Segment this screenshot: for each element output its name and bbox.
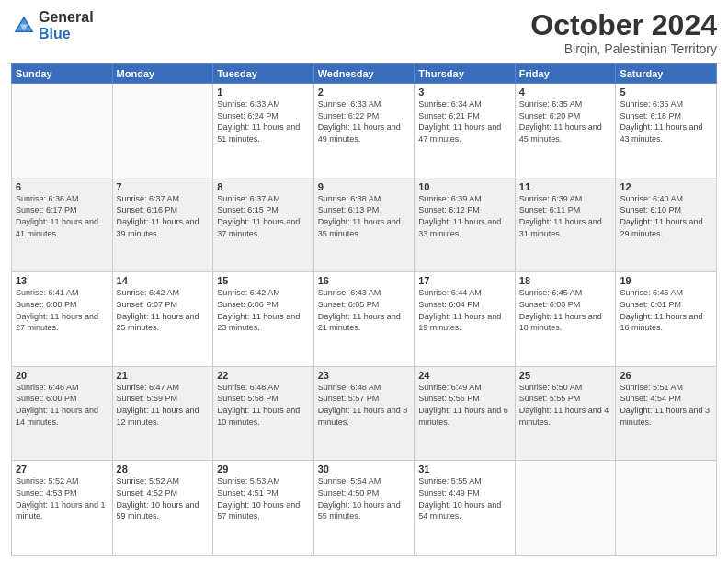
location: Birqin, Palestinian Territory [530,41,717,56]
day-info: Sunrise: 6:37 AM Sunset: 6:15 PM Dayligh… [217,193,310,239]
day-number: 11 [519,181,612,192]
col-saturday: Saturday [616,64,717,84]
day-number: 25 [519,370,612,381]
table-row: 19Sunrise: 6:45 AM Sunset: 6:01 PM Dayli… [616,272,717,367]
day-info: Sunrise: 5:55 AM Sunset: 4:49 PM Dayligh… [418,476,511,522]
day-info: Sunrise: 6:48 AM Sunset: 5:58 PM Dayligh… [217,382,310,428]
col-friday: Friday [515,64,616,84]
day-info: Sunrise: 6:43 AM Sunset: 6:05 PM Dayligh… [318,287,411,333]
day-number: 31 [418,464,511,475]
day-number: 17 [418,275,511,286]
title-block: October 2024 Birqin, Palestinian Territo… [530,9,717,56]
col-sunday: Sunday [12,64,113,84]
day-info: Sunrise: 6:33 AM Sunset: 6:24 PM Dayligh… [217,98,310,144]
calendar-week-row: 27Sunrise: 5:52 AM Sunset: 4:53 PM Dayli… [12,461,717,556]
table-row: 20Sunrise: 6:46 AM Sunset: 6:00 PM Dayli… [12,366,113,461]
calendar-week-row: 6Sunrise: 6:36 AM Sunset: 6:17 PM Daylig… [12,178,717,272]
table-row: 25Sunrise: 6:50 AM Sunset: 5:55 PM Dayli… [515,366,616,461]
day-number: 7 [117,181,210,192]
table-row: 27Sunrise: 5:52 AM Sunset: 4:53 PM Dayli… [12,461,113,556]
day-number: 13 [16,275,108,286]
page-header: General Blue October 2024 Birqin, Palest… [11,9,717,56]
day-number: 8 [217,181,310,192]
day-number: 28 [117,464,210,475]
day-info: Sunrise: 6:37 AM Sunset: 6:16 PM Dayligh… [117,193,210,239]
table-row: 24Sunrise: 6:49 AM Sunset: 5:56 PM Dayli… [415,366,516,461]
day-number: 23 [318,370,411,381]
table-row: 21Sunrise: 6:47 AM Sunset: 5:59 PM Dayli… [112,366,213,461]
day-number: 10 [418,181,511,192]
day-info: Sunrise: 6:36 AM Sunset: 6:17 PM Dayligh… [16,193,108,239]
day-info: Sunrise: 5:53 AM Sunset: 4:51 PM Dayligh… [217,476,310,522]
table-row [112,84,213,178]
day-info: Sunrise: 6:45 AM Sunset: 6:01 PM Dayligh… [620,287,712,333]
day-info: Sunrise: 6:45 AM Sunset: 6:03 PM Dayligh… [519,287,612,333]
day-number: 12 [620,181,712,192]
day-number: 21 [117,370,210,381]
day-info: Sunrise: 6:42 AM Sunset: 6:06 PM Dayligh… [217,287,310,333]
col-tuesday: Tuesday [213,64,314,84]
table-row: 11Sunrise: 6:39 AM Sunset: 6:11 PM Dayli… [515,178,616,272]
table-row: 23Sunrise: 6:48 AM Sunset: 5:57 PM Dayli… [313,366,415,461]
table-row: 1Sunrise: 6:33 AM Sunset: 6:24 PM Daylig… [213,84,314,178]
day-number: 24 [418,370,511,381]
col-thursday: Thursday [415,64,516,84]
day-info: Sunrise: 5:51 AM Sunset: 4:54 PM Dayligh… [620,382,712,428]
table-row: 4Sunrise: 6:35 AM Sunset: 6:20 PM Daylig… [515,84,616,178]
day-info: Sunrise: 6:46 AM Sunset: 6:00 PM Dayligh… [16,382,108,428]
table-row: 13Sunrise: 6:41 AM Sunset: 6:08 PM Dayli… [12,272,113,367]
day-info: Sunrise: 6:35 AM Sunset: 6:18 PM Dayligh… [620,98,712,144]
day-number: 6 [16,181,108,192]
day-number: 15 [217,275,310,286]
day-number: 9 [318,181,411,192]
day-number: 5 [620,86,712,98]
table-row [515,461,616,556]
day-info: Sunrise: 6:42 AM Sunset: 6:07 PM Dayligh… [117,287,210,333]
page-container: General Blue October 2024 Birqin, Palest… [0,0,728,563]
day-number: 16 [318,275,411,286]
table-row: 2Sunrise: 6:33 AM Sunset: 6:22 PM Daylig… [313,84,415,178]
day-number: 30 [318,464,411,475]
table-row: 18Sunrise: 6:45 AM Sunset: 6:03 PM Dayli… [515,272,616,367]
day-number: 2 [318,86,411,98]
day-info: Sunrise: 5:52 AM Sunset: 4:53 PM Dayligh… [16,476,108,522]
day-info: Sunrise: 6:38 AM Sunset: 6:13 PM Dayligh… [318,193,411,239]
day-info: Sunrise: 6:40 AM Sunset: 6:10 PM Dayligh… [620,193,712,239]
table-row: 22Sunrise: 6:48 AM Sunset: 5:58 PM Dayli… [213,366,314,461]
day-number: 19 [620,275,712,286]
table-row: 28Sunrise: 5:52 AM Sunset: 4:52 PM Dayli… [112,461,213,556]
col-wednesday: Wednesday [313,64,415,84]
day-number: 29 [217,464,310,475]
table-row: 7Sunrise: 6:37 AM Sunset: 6:16 PM Daylig… [112,178,213,272]
day-info: Sunrise: 6:33 AM Sunset: 6:22 PM Dayligh… [318,98,411,144]
table-row: 17Sunrise: 6:44 AM Sunset: 6:04 PM Dayli… [415,272,516,367]
day-info: Sunrise: 6:44 AM Sunset: 6:04 PM Dayligh… [418,287,511,333]
table-row: 15Sunrise: 6:42 AM Sunset: 6:06 PM Dayli… [213,272,314,367]
header-row: Sunday Monday Tuesday Wednesday Thursday… [12,64,717,84]
logo: General Blue [11,9,94,41]
table-row: 3Sunrise: 6:34 AM Sunset: 6:21 PM Daylig… [415,84,516,178]
calendar-week-row: 20Sunrise: 6:46 AM Sunset: 6:00 PM Dayli… [12,366,717,461]
table-row: 8Sunrise: 6:37 AM Sunset: 6:15 PM Daylig… [213,178,314,272]
table-row: 9Sunrise: 6:38 AM Sunset: 6:13 PM Daylig… [313,178,415,272]
day-info: Sunrise: 6:35 AM Sunset: 6:20 PM Dayligh… [519,98,612,144]
day-info: Sunrise: 6:49 AM Sunset: 5:56 PM Dayligh… [418,382,511,428]
day-info: Sunrise: 5:52 AM Sunset: 4:52 PM Dayligh… [117,476,210,522]
day-number: 3 [418,86,511,98]
table-row: 31Sunrise: 5:55 AM Sunset: 4:49 PM Dayli… [415,461,516,556]
table-row: 26Sunrise: 5:51 AM Sunset: 4:54 PM Dayli… [616,366,717,461]
table-row: 12Sunrise: 6:40 AM Sunset: 6:10 PM Dayli… [616,178,717,272]
day-info: Sunrise: 6:50 AM Sunset: 5:55 PM Dayligh… [519,382,612,428]
month-title: October 2024 [530,9,717,41]
logo-text: General Blue [39,9,94,41]
table-row: 16Sunrise: 6:43 AM Sunset: 6:05 PM Dayli… [313,272,415,367]
logo-icon [11,13,37,39]
table-row: 30Sunrise: 5:54 AM Sunset: 4:50 PM Dayli… [313,461,415,556]
day-info: Sunrise: 6:47 AM Sunset: 5:59 PM Dayligh… [117,382,210,428]
table-row [12,84,113,178]
day-info: Sunrise: 6:48 AM Sunset: 5:57 PM Dayligh… [318,382,411,428]
day-number: 18 [519,275,612,286]
calendar-week-row: 1Sunrise: 6:33 AM Sunset: 6:24 PM Daylig… [12,84,717,178]
day-number: 22 [217,370,310,381]
table-row: 6Sunrise: 6:36 AM Sunset: 6:17 PM Daylig… [12,178,113,272]
